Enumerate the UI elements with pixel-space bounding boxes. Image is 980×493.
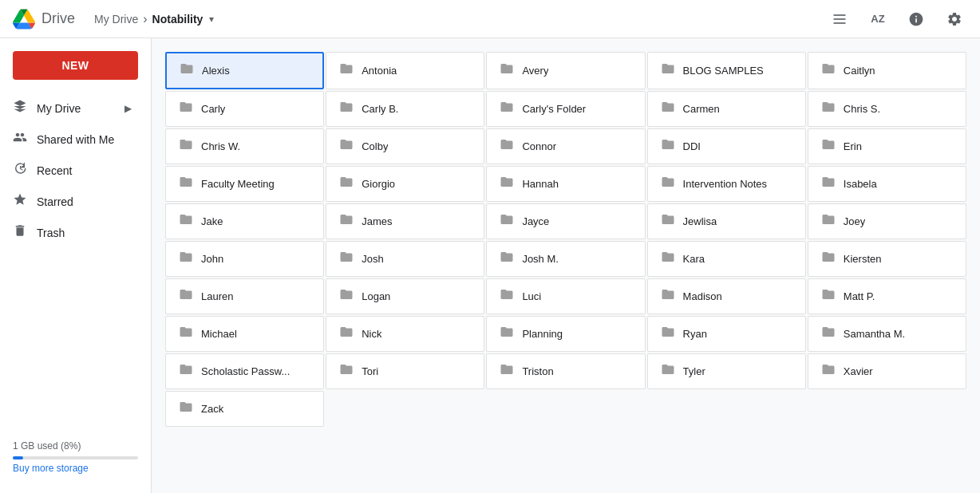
svg-rect-1 — [834, 18, 846, 20]
sidebar-item-my-drive[interactable]: My Drive ▶ — [0, 93, 144, 124]
folder-name-xavier: Xavier — [844, 365, 873, 377]
sidebar-item-recent[interactable]: Recent — [0, 155, 144, 186]
folder-item-ddi[interactable]: DDI — [647, 128, 806, 164]
folder-name-carmen: Carmen — [683, 103, 720, 115]
folder-item-avery[interactable]: Avery — [486, 52, 645, 89]
folder-item-james[interactable]: James — [326, 203, 484, 239]
folder-item-kiersten[interactable]: Kiersten — [808, 241, 966, 277]
folder-name-jayce: Jayce — [522, 215, 549, 227]
folder-icon-antonia — [339, 61, 354, 80]
folder-name-triston: Triston — [522, 365, 553, 377]
folder-item-isabela[interactable]: Isabela — [808, 166, 966, 202]
sidebar-item-starred[interactable]: Starred — [0, 186, 144, 217]
breadcrumb-parent[interactable]: My Drive — [94, 13, 138, 26]
sidebar-item-shared-with-me[interactable]: Shared with Me — [0, 124, 144, 155]
folder-item-jake[interactable]: Jake — [165, 203, 324, 239]
folder-item-connor[interactable]: Connor — [486, 128, 645, 164]
folder-item-jewlisa[interactable]: Jewlisa — [647, 203, 806, 239]
folder-icon-chris-s — [821, 100, 836, 118]
folder-item-josh-m[interactable]: Josh M. — [486, 241, 645, 277]
folder-name-ryan: Ryan — [683, 328, 707, 340]
folder-icon-jayce — [500, 212, 514, 231]
folder-item-josh[interactable]: Josh — [326, 241, 484, 277]
folder-name-madison: Madison — [683, 290, 722, 302]
folder-icon-matt-p — [821, 287, 836, 306]
folder-icon-zack — [179, 400, 193, 418]
list-view-button[interactable] — [827, 6, 852, 32]
folder-item-michael[interactable]: Michael — [165, 316, 324, 352]
folder-item-tori[interactable]: Tori — [326, 353, 484, 389]
folder-item-madison[interactable]: Madison — [647, 278, 806, 314]
folder-item-alexis[interactable]: Alexis — [165, 52, 324, 89]
folder-item-kara[interactable]: Kara — [647, 241, 806, 277]
folder-name-alexis: Alexis — [202, 65, 230, 77]
folder-item-intervention-notes[interactable]: Intervention Notes — [647, 166, 806, 202]
folder-icon-carly — [179, 100, 193, 118]
folder-item-samantha-m[interactable]: Samantha M. — [808, 316, 966, 352]
folder-name-matt-p: Matt P. — [844, 290, 875, 302]
folder-name-samantha-m: Samantha M. — [844, 328, 905, 340]
breadcrumb: My Drive › Notability ▾ — [94, 12, 460, 26]
sidebar-item-trash[interactable]: Trash — [0, 217, 144, 248]
storage-text: 1 GB used (8%) — [13, 440, 138, 452]
breadcrumb-dropdown-icon[interactable]: ▾ — [209, 14, 214, 25]
folder-item-ryan[interactable]: Ryan — [647, 316, 806, 352]
buy-more-storage-link[interactable]: Buy more storage — [13, 463, 89, 474]
folder-item-logan[interactable]: Logan — [326, 278, 484, 314]
info-button[interactable] — [903, 6, 929, 32]
folder-item-carly-b[interactable]: Carly B. — [326, 91, 484, 127]
storage-bar-fill — [13, 456, 23, 459]
folder-item-matt-p[interactable]: Matt P. — [808, 278, 966, 314]
folder-item-antonia[interactable]: Antonia — [326, 52, 484, 89]
folder-item-jayce[interactable]: Jayce — [486, 203, 645, 239]
folder-item-caitlyn[interactable]: Caitlyn — [808, 52, 966, 89]
folder-icon-madison — [661, 287, 675, 306]
folder-name-michael: Michael — [201, 328, 237, 340]
folder-item-chris-s[interactable]: Chris S. — [808, 91, 966, 127]
folder-item-hannah[interactable]: Hannah — [486, 166, 645, 202]
folder-item-carlys-folder[interactable]: Carly's Folder — [486, 91, 645, 127]
folder-item-lauren[interactable]: Lauren — [165, 278, 324, 314]
folder-item-blog-samples[interactable]: BLOG SAMPLES — [647, 52, 806, 89]
folder-name-blog-samples: BLOG SAMPLES — [683, 65, 764, 77]
folder-name-jake: Jake — [201, 215, 223, 227]
folder-item-nick[interactable]: Nick — [326, 316, 484, 352]
folder-item-carmen[interactable]: Carmen — [647, 91, 806, 127]
folder-name-hannah: Hannah — [522, 178, 559, 190]
folder-item-colby[interactable]: Colby — [326, 128, 484, 164]
folder-item-zack[interactable]: Zack — [165, 391, 324, 427]
folder-item-faculty-meeting[interactable]: Faculty Meeting — [165, 166, 324, 202]
folder-icon-jake — [179, 212, 193, 231]
folder-name-erin: Erin — [844, 140, 862, 152]
sort-button[interactable]: AZ — [865, 6, 891, 32]
folder-item-tyler[interactable]: Tyler — [647, 353, 806, 389]
storage-bar-background — [13, 456, 138, 459]
main-content: AlexisAntoniaAveryBLOG SAMPLESCaitlynCar… — [152, 38, 980, 493]
folder-item-planning[interactable]: Planning — [486, 316, 645, 352]
folder-item-xavier[interactable]: Xavier — [808, 353, 966, 389]
starred-icon — [13, 192, 27, 211]
folder-name-logan: Logan — [362, 290, 390, 302]
folder-name-tyler: Tyler — [683, 365, 705, 377]
folder-name-antonia: Antonia — [362, 65, 397, 77]
folder-item-chris-w[interactable]: Chris W. — [165, 128, 324, 164]
folder-name-james: James — [362, 215, 392, 227]
folder-item-carly[interactable]: Carly — [165, 91, 324, 127]
folder-icon-chris-w — [179, 137, 193, 156]
new-button[interactable]: NEW — [13, 51, 138, 80]
folder-item-erin[interactable]: Erin — [808, 128, 966, 164]
folder-icon-jewlisa — [661, 212, 675, 231]
folder-item-giorgio[interactable]: Giorgio — [326, 166, 484, 202]
folder-item-joey[interactable]: Joey — [808, 203, 966, 239]
settings-button[interactable] — [942, 6, 967, 32]
my-drive-expand-icon[interactable]: ▶ — [124, 103, 132, 114]
folder-item-triston[interactable]: Triston — [486, 353, 645, 389]
folder-icon-alexis — [180, 61, 194, 80]
folder-item-john[interactable]: John — [165, 241, 324, 277]
folder-icon-james — [339, 212, 354, 231]
folder-icon-carlys-folder — [500, 100, 514, 118]
folder-item-luci[interactable]: Luci — [486, 278, 645, 314]
folder-icon-xavier — [821, 362, 836, 381]
folder-name-caitlyn: Caitlyn — [844, 65, 875, 77]
folder-item-scholastic-passw[interactable]: Scholastic Passw... — [165, 353, 324, 389]
